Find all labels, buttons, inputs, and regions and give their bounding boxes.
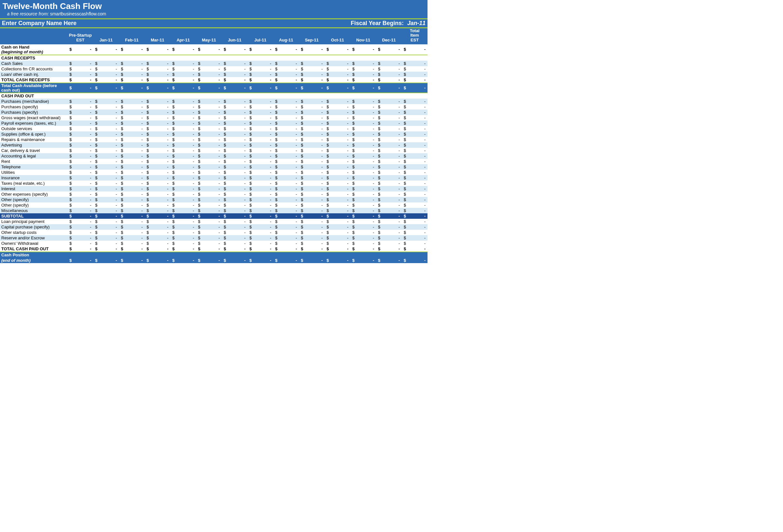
money-cell[interactable]: $- <box>402 246 428 252</box>
money-cell[interactable]: $- <box>402 83 428 93</box>
money-cell[interactable]: $- <box>273 197 299 202</box>
money-cell[interactable]: $- <box>402 137 428 142</box>
money-cell[interactable]: $- <box>196 170 222 175</box>
money-cell[interactable]: $- <box>299 180 325 186</box>
money-cell[interactable]: $- <box>273 224 299 230</box>
money-cell[interactable]: $- <box>170 186 196 192</box>
money-cell[interactable]: $- <box>67 61 93 66</box>
money-cell[interactable]: $- <box>67 197 93 202</box>
money-cell[interactable]: $- <box>170 109 196 115</box>
money-cell[interactable]: $- <box>119 197 145 202</box>
money-cell[interactable]: $- <box>325 137 350 142</box>
money-cell[interactable]: $- <box>119 235 145 241</box>
money-cell[interactable]: $- <box>170 219 196 224</box>
money-cell[interactable]: $- <box>248 246 273 252</box>
money-cell[interactable]: $- <box>376 104 402 109</box>
money-cell[interactable]: $- <box>350 142 376 148</box>
money-cell[interactable]: $- <box>248 153 273 159</box>
money-cell[interactable]: $- <box>299 213 325 219</box>
money-cell[interactable]: $- <box>402 219 428 224</box>
money-cell[interactable]: $- <box>273 170 299 175</box>
money-cell[interactable]: $- <box>273 241 299 246</box>
money-cell[interactable]: $- <box>325 83 350 93</box>
money-cell[interactable]: $- <box>170 61 196 66</box>
money-cell[interactable]: $- <box>119 121 145 126</box>
money-cell[interactable]: $- <box>402 235 428 241</box>
money-cell[interactable]: $- <box>376 202 402 208</box>
money-cell[interactable]: $- <box>170 83 196 93</box>
money-cell[interactable]: $- <box>273 202 299 208</box>
fiscal-value[interactable]: Jan-11 <box>405 20 426 26</box>
money-cell[interactable]: $- <box>248 164 273 170</box>
money-cell[interactable]: $- <box>119 164 145 170</box>
money-cell[interactable]: $- <box>196 99 222 104</box>
money-cell[interactable]: $- <box>248 213 273 219</box>
money-cell[interactable]: $- <box>299 197 325 202</box>
money-cell[interactable]: $- <box>402 175 428 180</box>
money-cell[interactable]: $- <box>67 159 93 164</box>
money-cell[interactable]: $- <box>145 180 170 186</box>
money-cell[interactable]: $- <box>170 99 196 104</box>
money-cell[interactable]: $- <box>350 131 376 137</box>
money-cell[interactable]: $- <box>222 164 248 170</box>
money-cell[interactable]: $- <box>350 137 376 142</box>
money-cell[interactable]: $- <box>402 148 428 153</box>
money-cell[interactable]: $- <box>119 142 145 148</box>
money-cell[interactable]: $- <box>67 164 93 170</box>
money-cell[interactable]: $- <box>350 192 376 197</box>
money-cell[interactable]: $- <box>222 61 248 66</box>
money-cell[interactable]: $- <box>273 230 299 235</box>
money-cell[interactable]: $- <box>93 202 119 208</box>
money-cell[interactable]: $- <box>222 99 248 104</box>
money-cell[interactable]: $- <box>402 72 428 77</box>
money-cell[interactable]: $- <box>248 61 273 66</box>
money-cell[interactable]: $- <box>119 159 145 164</box>
money-cell[interactable]: $- <box>222 213 248 219</box>
money-cell[interactable]: $- <box>325 148 350 153</box>
money-cell[interactable]: $- <box>248 258 273 263</box>
money-cell[interactable]: $- <box>273 148 299 153</box>
money-cell[interactable]: $- <box>222 208 248 213</box>
money-cell[interactable]: $- <box>196 208 222 213</box>
money-cell[interactable]: $- <box>248 175 273 180</box>
money-cell[interactable]: $- <box>376 153 402 159</box>
money-cell[interactable]: $- <box>248 170 273 175</box>
money-cell[interactable]: $- <box>170 142 196 148</box>
money-cell[interactable]: $- <box>248 115 273 121</box>
money-cell[interactable]: $- <box>376 230 402 235</box>
money-cell[interactable]: $- <box>222 142 248 148</box>
money-cell[interactable]: $- <box>93 126 119 131</box>
money-cell[interactable]: $- <box>299 131 325 137</box>
money-cell[interactable]: $- <box>93 213 119 219</box>
money-cell[interactable]: $- <box>67 213 93 219</box>
money-cell[interactable]: $- <box>248 72 273 77</box>
money-cell[interactable]: $- <box>93 219 119 224</box>
money-cell[interactable]: $- <box>145 126 170 131</box>
money-cell[interactable]: $- <box>350 153 376 159</box>
money-cell[interactable]: $- <box>170 241 196 246</box>
money-cell[interactable]: $- <box>248 192 273 197</box>
money-cell[interactable]: $- <box>350 99 376 104</box>
money-cell[interactable]: $- <box>402 153 428 159</box>
money-cell[interactable]: $- <box>119 170 145 175</box>
money-cell[interactable]: $- <box>376 137 402 142</box>
money-cell[interactable]: $- <box>350 235 376 241</box>
money-cell[interactable]: $- <box>299 148 325 153</box>
money-cell[interactable]: $- <box>273 175 299 180</box>
money-cell[interactable]: $- <box>67 115 93 121</box>
money-cell[interactable]: $- <box>248 66 273 72</box>
money-cell[interactable]: $- <box>119 192 145 197</box>
money-cell[interactable]: $- <box>299 66 325 72</box>
money-cell[interactable]: $- <box>273 44 299 55</box>
money-cell[interactable]: $- <box>93 235 119 241</box>
money-cell[interactable]: $- <box>325 186 350 192</box>
money-cell[interactable]: $- <box>325 121 350 126</box>
money-cell[interactable]: $- <box>325 192 350 197</box>
money-cell[interactable]: $- <box>273 246 299 252</box>
money-cell[interactable]: $- <box>170 258 196 263</box>
money-cell[interactable]: $- <box>350 159 376 164</box>
money-cell[interactable]: $- <box>273 131 299 137</box>
money-cell[interactable]: $- <box>325 153 350 159</box>
money-cell[interactable]: $- <box>402 159 428 164</box>
money-cell[interactable]: $- <box>145 213 170 219</box>
